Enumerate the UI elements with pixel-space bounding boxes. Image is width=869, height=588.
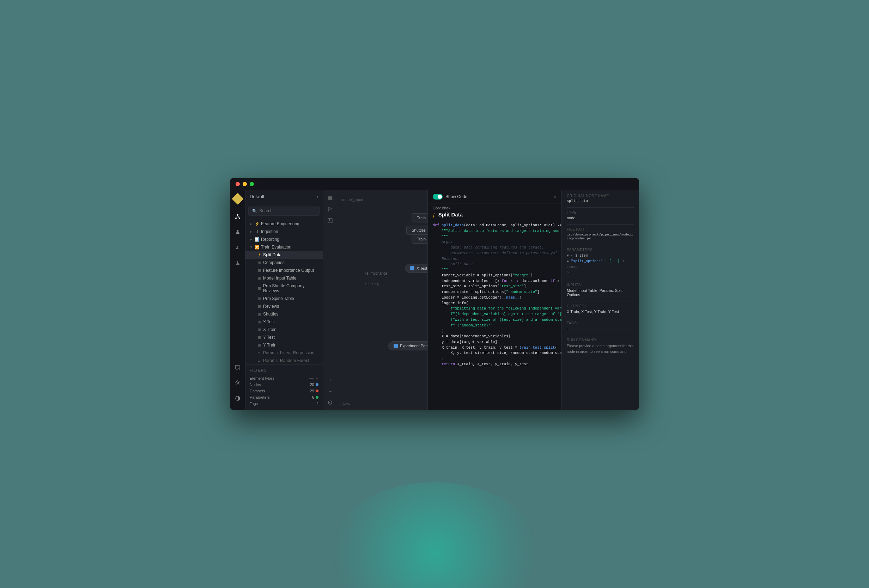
code-line: X_train, X_test, y_train, y_test = train…	[433, 345, 562, 351]
svg-point-2	[239, 218, 240, 219]
sidebar-item-y-train[interactable]: ⊞ Y Train	[245, 341, 323, 349]
minimize-dot[interactable]	[243, 182, 247, 186]
reset-view-btn[interactable]	[325, 398, 335, 407]
close-button[interactable]: ×	[554, 194, 556, 200]
text-icon[interactable]: A	[233, 243, 243, 252]
tags-value: -	[567, 326, 634, 331]
dataset-icon: ⊞	[257, 286, 262, 291]
svg-point-1	[235, 218, 237, 219]
node-x-test[interactable]: X Test	[405, 264, 427, 273]
filter-row-datasets: Datasets 29	[250, 388, 319, 394]
code-line: Returns:	[433, 256, 562, 262]
project-chevron-icon[interactable]: ▾	[317, 195, 319, 198]
sidebar-item-label: Y Train	[263, 343, 319, 348]
filter-chevron-icon[interactable]	[315, 376, 319, 380]
svg-rect-12	[328, 199, 332, 200]
filters-title: Filters	[250, 368, 319, 372]
map-canvas-icon[interactable]	[325, 216, 335, 226]
dataset-icon: ⊞	[257, 343, 262, 348]
filter-element-types-controls	[309, 376, 319, 380]
ingestion-icon: ⬇	[255, 230, 260, 234]
sidebar-item-feature-engineering[interactable]: ▶ ⚡ Feature Engineering	[245, 220, 323, 228]
pipeline-icon[interactable]	[233, 212, 243, 221]
filter-parameters-dot	[316, 396, 319, 399]
params-icon: ≡	[257, 358, 262, 363]
run-command-text: Please provide a name argument for this …	[567, 344, 634, 355]
sidebar-item-label: Reviews	[263, 304, 319, 309]
filter-datasets-count: 29	[307, 389, 314, 393]
settings-icon[interactable]	[233, 378, 243, 388]
svg-rect-13	[328, 219, 332, 223]
sidebar-item-companies[interactable]: ⊞ Companies	[245, 259, 323, 267]
code-line: independent_variables = [x for x in data…	[433, 278, 562, 284]
sidebar-item-prm-shuttle[interactable]: ⊞ Prm Shuttle Company Reviews	[245, 282, 323, 295]
sidebar-item-prm-spine[interactable]: ⊞ Prm Spine Table	[245, 295, 323, 302]
sidebar-item-x-test[interactable]: ⊞ X Test	[245, 318, 323, 326]
icon-bar: A	[230, 190, 245, 410]
toggle-switch[interactable]	[433, 194, 443, 200]
flag-icon[interactable]	[325, 204, 335, 214]
filter-minus-icon[interactable]	[309, 378, 313, 379]
sidebar: Default ▾ 🔍 ▶ ⚡ Feature Engineering ▶ ⬇	[245, 190, 323, 410]
node-train-top[interactable]: Train	[412, 213, 427, 222]
layers-icon[interactable]	[325, 193, 335, 203]
search-input[interactable]	[259, 208, 316, 213]
file-path-value: …rc/demo_project/pipelines/modelling/nod…	[567, 233, 634, 240]
divider	[567, 301, 634, 301]
sidebar-header: Default ▾	[245, 190, 323, 203]
icon-bar-top: A	[233, 212, 243, 357]
sidebar-item-reporting[interactable]: ▶ 📊 Reporting	[245, 235, 323, 243]
type-label: Type:	[567, 210, 634, 214]
code-panel: Show Code × Code block ƒ Split Data def …	[427, 190, 562, 410]
sidebar-item-reviews[interactable]: ⊞ Reviews	[245, 302, 323, 310]
params-icon: ≡	[257, 351, 262, 355]
filter-row-element-types: Element types	[250, 375, 319, 381]
dataset-square-icon	[394, 344, 398, 348]
code-line: )	[433, 356, 562, 362]
sidebar-item-train-evaluation[interactable]: ▼ 🔀 Train Evaluation	[245, 243, 323, 251]
zoom-out-btn[interactable]	[325, 387, 335, 396]
dataset-square-icon	[410, 266, 414, 270]
sidebar-item-y-test[interactable]: ⊞ Y Test	[245, 333, 323, 341]
map-icon[interactable]	[233, 362, 243, 372]
code-line: data: Data containing features and targe…	[433, 245, 562, 251]
search-box[interactable]: 🔍	[248, 206, 320, 216]
show-code-toggle[interactable]: Show Code	[433, 194, 467, 200]
code-block-node-name: Split Data	[438, 212, 463, 218]
maximize-dot[interactable]	[250, 182, 254, 186]
sidebar-item-label: Train Evaluation	[261, 244, 319, 250]
sidebar-item-model-input-table[interactable]: ⊞ Model Input Table	[245, 274, 323, 282]
sidebar-item-shuttles[interactable]: ⊞ Shuttles	[245, 310, 323, 318]
chevron-down-icon: ▼	[250, 245, 253, 249]
node-shuttles[interactable]: Shuttles	[406, 226, 427, 235]
close-dot[interactable]	[236, 182, 240, 186]
svg-marker-7	[236, 365, 240, 369]
sidebar-item-label: X Test	[263, 319, 319, 324]
sidebar-item-feature-importance-output[interactable]: ⊞ Feature Importance Output	[245, 267, 323, 274]
canvas-area[interactable]: model_input Train Shuttles Train ƒ Split…	[323, 190, 427, 410]
download-icon[interactable]	[233, 258, 243, 268]
sidebar-item-split-data[interactable]: ƒ Split Data	[245, 251, 323, 259]
code-line: return X_train, X_test, y_train, y_test	[433, 362, 562, 367]
node-train-mid[interactable]: Train	[412, 234, 427, 244]
contrast-icon[interactable]	[233, 393, 243, 403]
sidebar-item-x-train[interactable]: ⊞ X Train	[245, 326, 323, 333]
inputs-value: Model Input Table, Params: Split Options	[567, 288, 634, 297]
sidebar-item-ingestion[interactable]: ▶ ⬇ Ingestion	[245, 228, 323, 235]
filter-tags-count: 4	[311, 401, 319, 406]
svg-point-14	[329, 220, 330, 221]
sidebar-item-params-linear[interactable]: ≡ Params: Linear Regression	[245, 349, 323, 357]
title-bar	[230, 178, 639, 190]
code-line: parameters: Parameters defined in parame…	[433, 251, 562, 256]
zoom-in-btn[interactable]	[325, 375, 335, 385]
node-experiment-params[interactable]: Experiment Params	[388, 341, 427, 350]
code-line: f"'{random_state}'"	[433, 323, 562, 329]
filter-parameters-label: Parameters	[250, 395, 270, 399]
svg-point-0	[237, 214, 239, 215]
train-eval-icon: 🔀	[255, 245, 260, 250]
properties-panel: Original node name: split_data Type: nod…	[562, 190, 639, 410]
param-line-2: ▶ "split_options" : {...} 3 items	[567, 259, 634, 270]
sidebar-item-params-rf[interactable]: ≡ Params: Random Forest	[245, 357, 323, 364]
code-editor[interactable]: def split_data(data: pd.DataFrame, split…	[428, 219, 562, 410]
person-icon[interactable]	[233, 227, 243, 237]
